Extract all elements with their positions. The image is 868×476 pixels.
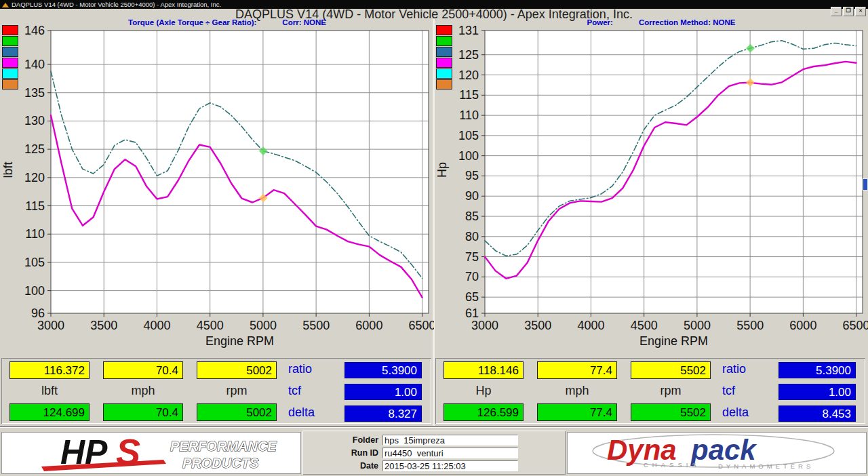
torque-readout-panel: 116.372 70.4 5002 lbft mph rpm 124.699 7…: [1, 358, 431, 424]
folder-input[interactable]: [382, 435, 518, 445]
cursor-rpm-value: 5502: [631, 361, 711, 379]
reference-rpm-value: 5502: [631, 403, 711, 421]
restore-button[interactable]: ❐: [843, 7, 854, 16]
unit-label-hp: Hp: [443, 384, 524, 398]
svg-text:110: 110: [25, 227, 45, 241]
cursor-power-value: 118.146: [443, 361, 524, 379]
svg-text:125: 125: [458, 48, 479, 62]
svg-text:70: 70: [465, 270, 479, 283]
svg-text:3500: 3500: [524, 319, 551, 332]
background-window-sliver: [863, 178, 868, 191]
svg-text:DYNAMOMETERS: DYNAMOMETERS: [718, 462, 814, 470]
svg-text:3000: 3000: [37, 319, 64, 332]
app-window: DAQPLUS V14 (4WD - Motor Vehicle 2500+40…: [0, 0, 868, 476]
svg-text:Engine RPM: Engine RPM: [205, 334, 274, 348]
ratio-label: ratio: [288, 362, 341, 376]
svg-text:90: 90: [465, 189, 479, 203]
svg-text:PERFORMANCE: PERFORMANCE: [170, 439, 277, 454]
tcf-value: 1.00: [778, 384, 856, 400]
svg-text:105: 105: [458, 129, 479, 142]
svg-text:Engine RPM: Engine RPM: [639, 334, 708, 348]
svg-text:110: 110: [459, 108, 479, 122]
power-plot[interactable]: 1311251201151101051009590858075706561300…: [434, 20, 868, 358]
svg-text:75: 75: [465, 250, 479, 264]
close-button[interactable]: ×: [855, 7, 866, 16]
svg-text:5000: 5000: [684, 319, 711, 332]
svg-text:4000: 4000: [577, 319, 604, 332]
svg-text:5000: 5000: [250, 319, 277, 332]
svg-text:6000: 6000: [355, 319, 382, 332]
svg-text:6000: 6000: [789, 319, 816, 332]
hps-logo-image: HP S PERFORMANCE PRODUCTS: [2, 433, 300, 473]
svg-text:61: 61: [465, 306, 479, 320]
ratio-value: 5.3900: [778, 362, 856, 378]
unit-label-rpm: rpm: [197, 384, 277, 398]
svg-text:S: S: [116, 433, 140, 472]
svg-text:5500: 5500: [736, 319, 764, 332]
delta-label: delta: [722, 405, 775, 420]
dynapack-logo: Dyna pack CHASSIS DYNAMOMETERS: [567, 432, 867, 474]
date-input[interactable]: [382, 460, 518, 471]
svg-text:95: 95: [465, 169, 479, 182]
unit-label-mph: mph: [103, 384, 183, 398]
svg-text:3500: 3500: [90, 319, 117, 332]
svg-text:6500: 6500: [843, 319, 868, 332]
svg-text:100: 100: [458, 149, 479, 163]
svg-text:4000: 4000: [143, 319, 170, 332]
tcf-label: tcf: [288, 384, 341, 398]
reference-speed-value: 70.4: [103, 403, 183, 421]
svg-text:CHASSIS: CHASSIS: [644, 461, 701, 469]
cursor-torque-value: 116.372: [9, 361, 90, 379]
power-readout-panel: 118.146 77.4 5502 Hp mph rpm 126.599 77.…: [435, 358, 865, 424]
folder-label: Folder: [302, 435, 378, 446]
svg-text:100: 100: [24, 284, 45, 298]
tcf-value: 1.00: [344, 384, 422, 400]
svg-text:125: 125: [24, 142, 45, 156]
cursor-speed-value: 70.4: [103, 361, 183, 379]
svg-text:85: 85: [465, 210, 479, 223]
torque-chart-panel: Torque (Axle Torque ÷ Gear Ratio): Corr:…: [0, 0, 434, 359]
ratio-value: 5.3900: [344, 362, 422, 378]
svg-text:pack: pack: [690, 434, 757, 466]
svg-text:140: 140: [24, 58, 45, 71]
svg-text:105: 105: [24, 256, 45, 269]
reference-power-value: 126.599: [443, 403, 524, 421]
delta-value: 8.327: [344, 405, 422, 422]
reference-torque-value: 124.699: [9, 403, 90, 421]
svg-text:96: 96: [31, 306, 45, 320]
tcf-label: tcf: [722, 384, 775, 398]
svg-text:135: 135: [24, 86, 45, 100]
svg-text:130: 130: [24, 114, 45, 127]
svg-text:120: 120: [458, 68, 479, 82]
ratio-label: ratio: [722, 362, 775, 376]
run-id-label: Run ID: [302, 448, 378, 459]
bottom-divider: [0, 426, 868, 428]
svg-text:65: 65: [465, 290, 479, 304]
reference-speed-value: 77.4: [537, 403, 617, 421]
svg-text:120: 120: [24, 171, 45, 184]
date-label: Date: [302, 460, 378, 472]
minimize-button[interactable]: _: [831, 7, 842, 16]
delta-label: delta: [288, 405, 341, 420]
run-id-input[interactable]: [382, 448, 518, 458]
svg-text:146: 146: [24, 24, 45, 37]
svg-text:131: 131: [458, 24, 479, 37]
unit-label-rpm: rpm: [631, 384, 711, 398]
svg-text:115: 115: [459, 88, 479, 102]
cursor-rpm-value: 5002: [197, 361, 277, 379]
torque-plot[interactable]: 1461401351301251201151101051009630003500…: [0, 20, 434, 358]
svg-text:PRODUCTS: PRODUCTS: [182, 456, 259, 471]
power-chart-panel: Power: Correction Method: NONE Hp 131125…: [434, 0, 868, 359]
svg-text:115: 115: [25, 199, 45, 213]
svg-text:4500: 4500: [631, 319, 658, 332]
unit-label-torque: lbft: [9, 384, 90, 398]
svg-text:80: 80: [465, 230, 479, 243]
dynapack-logo-image: Dyna pack CHASSIS DYNAMOMETERS: [568, 433, 866, 473]
unit-label-mph: mph: [537, 384, 617, 398]
svg-text:3000: 3000: [471, 319, 498, 332]
window-controls: _ ❐ ×: [831, 7, 866, 16]
run-info-panel: Folder Run ID Date: [302, 431, 566, 475]
delta-value: 8.453: [778, 405, 856, 422]
svg-text:HP: HP: [60, 433, 108, 471]
hps-logo: HP S PERFORMANCE PRODUCTS: [1, 432, 301, 474]
